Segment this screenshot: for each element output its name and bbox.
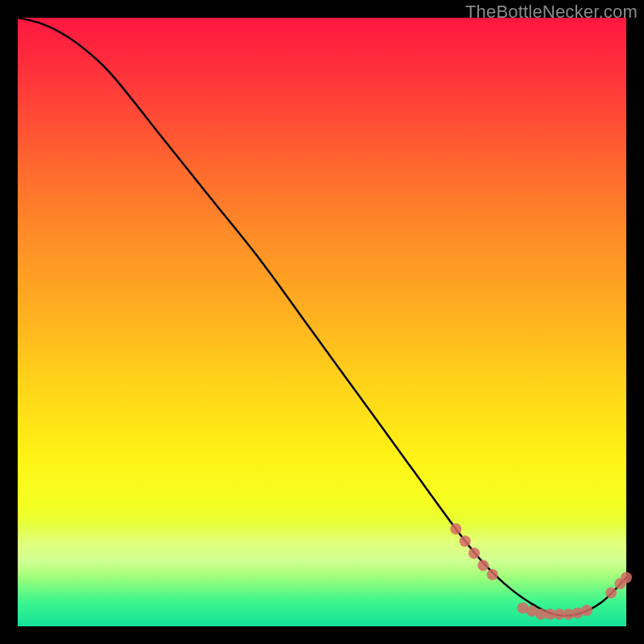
data-marker <box>487 569 498 580</box>
bottleneck-curve <box>18 18 626 616</box>
data-marker <box>621 572 632 584</box>
data-marker <box>469 547 480 559</box>
data-marker <box>460 535 471 547</box>
data-marker <box>605 587 617 598</box>
plot-area <box>18 18 626 626</box>
data-marker <box>581 605 592 616</box>
data-marker <box>477 559 489 571</box>
curve-layer <box>18 18 626 626</box>
data-marker <box>450 523 461 535</box>
chart-stage: TheBottleNecker.com <box>0 0 644 644</box>
marker-group <box>450 523 632 620</box>
watermark-text: TheBottleNecker.com <box>465 2 638 23</box>
